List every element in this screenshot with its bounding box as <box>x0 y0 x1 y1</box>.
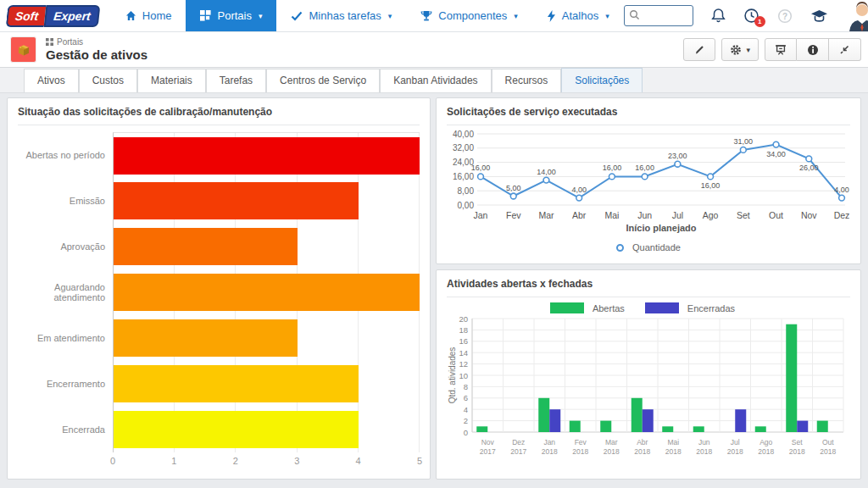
line-chart-title: Solicitações de serviço executadas <box>447 106 850 125</box>
grouped-bar <box>797 421 808 432</box>
grouped-bar <box>632 398 643 432</box>
activities-grouped-chart: 02468101214161820Nov2017Dez2017Jan2018Fe… <box>447 313 850 469</box>
presentation-mode-button[interactable] <box>765 38 797 61</box>
nav-item-home[interactable]: Home <box>111 0 186 31</box>
tab-solicitações[interactable]: Solicitações <box>561 68 643 92</box>
nav-item-componentes[interactable]: Componentes▾ <box>406 0 531 31</box>
notifications-bell-icon[interactable] <box>711 8 726 24</box>
x-tick-label: Mar <box>538 210 554 220</box>
hbar-plot <box>113 407 420 452</box>
hbar-category-label: Em atendimento <box>18 333 113 343</box>
data-point <box>510 193 516 199</box>
data-point <box>806 156 812 162</box>
data-point <box>675 161 681 167</box>
point-label: 23,00 <box>668 152 687 160</box>
y-tick-label: 40,00 <box>453 130 474 139</box>
gear-caret-icon: ▾ <box>746 46 750 54</box>
y-tick-label: 12 <box>459 359 468 369</box>
grouped-bar <box>735 409 746 432</box>
data-point <box>773 141 779 147</box>
hbar-bar <box>114 228 298 265</box>
grouped-chart-legend: AbertasEncerradas <box>447 302 850 313</box>
status-hbar-chart: Abertas no períodoEmissãoAprovaçãoAguard… <box>18 132 420 469</box>
point-label: 16,00 <box>603 164 622 172</box>
user-avatar[interactable] <box>848 1 868 31</box>
grouped-bar <box>538 398 549 432</box>
hbar-row: Aguardando atendimento <box>18 269 420 315</box>
x-tick-label: 4 <box>356 456 361 466</box>
tab-ativos[interactable]: Ativos <box>24 69 79 92</box>
hbar-category-label: Emissão <box>18 196 113 206</box>
x-tick-label: Dez <box>834 210 850 220</box>
tab-materiais[interactable]: Materiais <box>137 69 206 92</box>
hbar-bar <box>114 319 298 357</box>
legend-label[interactable]: Abertas <box>593 303 625 313</box>
tab-tarefas[interactable]: Tarefas <box>206 69 266 92</box>
y-tick-label: 4 <box>464 405 468 414</box>
x-tick-label: Ago <box>703 210 719 220</box>
hbar-row: Em atendimento <box>18 315 420 361</box>
hbar-category-label: Encerramento <box>18 379 113 389</box>
point-label: 31,00 <box>734 137 754 146</box>
legend-label[interactable]: Quantidade <box>632 242 681 252</box>
data-point <box>543 177 549 183</box>
settings-gear-button[interactable]: ▾ <box>721 38 759 61</box>
logo-soft: Soft <box>6 5 47 27</box>
top-navbar: Soft Expert HomePortais▾Minhas tarefas▾C… <box>0 0 868 32</box>
nav-item-label: Minhas tarefas <box>309 9 381 22</box>
grouped-bar <box>755 426 766 432</box>
help-icon[interactable]: ? <box>777 8 793 24</box>
x-tick-label: Fev <box>506 210 521 220</box>
info-button[interactable] <box>797 38 829 61</box>
legend-label[interactable]: Encerradas <box>687 303 735 313</box>
line-series <box>481 145 842 198</box>
hbar-bar <box>114 411 359 448</box>
grouped-bar <box>817 421 828 432</box>
search-box[interactable] <box>624 5 693 26</box>
nav-item-label: Componentes <box>438 9 507 22</box>
training-graduation-cap-icon[interactable] <box>810 8 828 23</box>
point-label: 16,00 <box>471 164 491 172</box>
x-tick-year: 2018 <box>604 447 620 456</box>
bolt-icon <box>547 10 556 22</box>
hbar-row: Aprovação <box>18 224 420 269</box>
notification-count-badge: 1 <box>754 16 765 27</box>
x-tick-label: 5 <box>417 456 422 466</box>
y-tick-label: 18 <box>459 325 468 335</box>
grouped-bar <box>476 426 487 432</box>
pending-tasks-clock-icon[interactable]: 1 <box>743 8 760 24</box>
nav-item-atalhos[interactable]: Atalhos▾ <box>532 0 624 31</box>
point-label: 26,00 <box>799 164 819 172</box>
hbar-category-label: Encerrada <box>18 424 113 435</box>
tab-recursos[interactable]: Recursos <box>492 69 562 92</box>
tab-kanban-atividades[interactable]: Kanban Atividades <box>380 69 491 92</box>
softexpert-logo[interactable]: Soft Expert <box>6 5 101 27</box>
nav-item-label: Portais <box>217 9 251 22</box>
y-tick-label: 14 <box>459 348 468 358</box>
x-tick-label: 2 <box>233 456 238 466</box>
hbar-category-label: Abertas no período <box>18 150 113 160</box>
y-axis-title: Qtd. atividades <box>448 347 457 404</box>
collapse-button[interactable] <box>829 38 861 61</box>
breadcrumb[interactable]: Portais <box>46 37 147 47</box>
tab-centros-de-serviço[interactable]: Centros de Serviço <box>266 69 380 92</box>
hbar-bar <box>114 274 420 311</box>
logo-expert: Expert <box>44 5 100 27</box>
nav-item-minhas-tarefas[interactable]: Minhas tarefas▾ <box>276 0 406 31</box>
edit-pencil-button[interactable] <box>683 38 715 61</box>
x-tick-year: 2018 <box>789 447 805 456</box>
hbar-row: Emissão <box>18 178 420 224</box>
hbar-row: Encerrada <box>18 407 420 452</box>
x-tick-year: 2018 <box>758 447 774 456</box>
x-tick-month: Jan <box>543 438 555 446</box>
data-point <box>708 174 714 180</box>
x-tick-year: 2017 <box>480 447 496 456</box>
panel-grouped-chart: Atividades abertas x fechadas AbertasEnc… <box>436 269 861 480</box>
x-tick-label: 3 <box>294 456 299 466</box>
nav-item-portais[interactable]: Portais▾ <box>186 0 276 31</box>
x-tick-month: Jun <box>698 438 710 446</box>
tab-custos[interactable]: Custos <box>79 69 137 92</box>
search-input[interactable] <box>640 10 689 22</box>
x-tick-year: 2018 <box>634 447 650 456</box>
portal-header: Portais Gestão de ativos ▾ <box>0 32 868 68</box>
